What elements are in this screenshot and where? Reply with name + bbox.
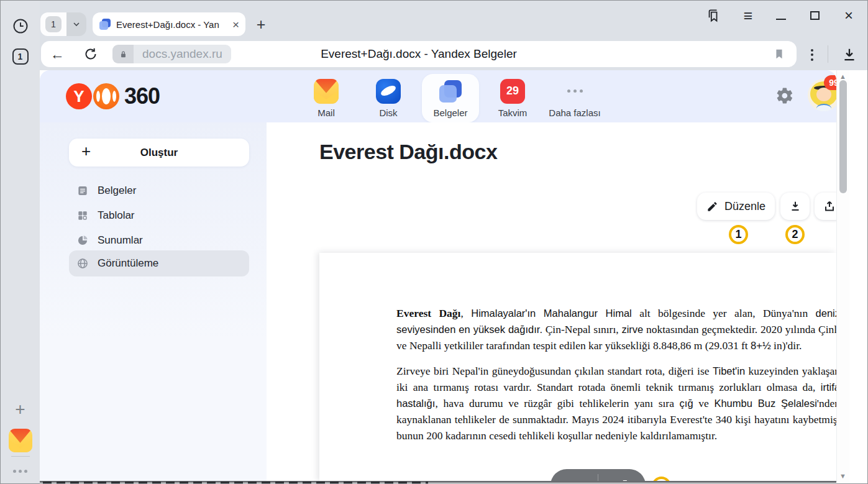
notification-badge: 99+ [824, 75, 836, 90]
pie-chart-icon [76, 234, 89, 247]
bookmark-flag-icon[interactable] [772, 47, 786, 62]
create-button[interactable]: + Oluştur [69, 139, 249, 167]
tab-title: Everest+Dağı.docx - Yan [116, 19, 227, 30]
download-icon [788, 199, 802, 213]
settings-gear-icon[interactable] [775, 86, 794, 105]
active-tab[interactable]: Everest+Dağı.docx - Yan × [93, 12, 245, 36]
main-content: Everest Dağı.docx Düzenle [267, 122, 836, 482]
nav-item-more[interactable]: Daha fazlası [546, 74, 603, 122]
rail-add-icon[interactable]: + [1, 400, 40, 419]
web-page: Y 360 Mail Disk Belgeler 29 [40, 70, 836, 482]
pencil-icon [706, 201, 718, 212]
paragraph-1: Everest Dağı, Himalayalar'ın Mahalangur … [396, 305, 836, 354]
document-icon [76, 185, 89, 197]
tab-group-count: 1 [45, 16, 62, 32]
share-icon [823, 199, 836, 213]
reload-icon[interactable] [83, 47, 98, 62]
back-icon[interactable]: ← [49, 44, 65, 64]
logo-o-icon [93, 83, 119, 109]
domain-chip[interactable]: docs.yandex.ru [112, 45, 231, 63]
rail-divider [11, 456, 30, 457]
domain-text: docs.yandex.ru [134, 45, 231, 63]
nav-item-belgeler[interactable]: Belgeler [422, 74, 479, 122]
sidebar-item-goruntuleme[interactable]: Görüntüleme [69, 250, 249, 276]
document-text: Everest Dağı, Himalayalar'ın Mahalangur … [396, 305, 836, 453]
table-grid-icon [76, 209, 89, 222]
toolbar-divider [828, 45, 828, 63]
yandex-360-logo[interactable]: Y 360 [66, 83, 160, 110]
paragraph-2: Zirveye biri Nepal'in güneydoğusundan çı… [396, 363, 836, 444]
chevron-down-icon[interactable] [66, 12, 86, 36]
plus-icon: + [81, 142, 91, 161]
share-button[interactable] [815, 193, 836, 220]
downloads-icon[interactable] [841, 46, 858, 63]
mail-icon [314, 79, 339, 104]
docs-icon [438, 79, 463, 104]
sidebar-item-tablolar[interactable]: Tablolar [69, 203, 249, 228]
page-indicator[interactable]: 1/1 [550, 469, 646, 482]
browser-window: 1 + 1 Everest+Dağı.docx - Yan × + ≡ × ← [0, 0, 868, 484]
sidebar: + Oluştur Belgeler Tablolar Sunumlar [40, 122, 267, 482]
maximize-button[interactable] [807, 7, 822, 24]
collections-icon[interactable] [703, 7, 723, 24]
edit-button[interactable]: Düzenle [697, 193, 775, 220]
logo-360-text: 360 [124, 83, 160, 109]
close-button[interactable]: × [841, 7, 857, 24]
yandex-docs-favicon [99, 18, 111, 30]
tab-panel-button[interactable]: 1 [1, 48, 40, 65]
nav-item-takvim[interactable]: 29 Takvim [484, 74, 541, 122]
globe-icon [76, 257, 89, 270]
site-header: Y 360 Mail Disk Belgeler 29 [40, 70, 836, 122]
document-title: Everest Dağı.docx [319, 140, 497, 164]
more-dots-icon [562, 79, 587, 104]
nav-item-disk[interactable]: Disk [360, 74, 417, 122]
yandex-mail-rail-icon[interactable] [1, 428, 40, 453]
lock-icon [112, 45, 134, 63]
document-page: Everest Dağı, Himalayalar'ın Mahalangur … [319, 253, 836, 482]
services-nav: Mail Disk Belgeler 29 Takvim Daha fazlas… [298, 72, 603, 124]
tab-close-icon[interactable]: × [232, 19, 239, 30]
minimize-button[interactable] [774, 7, 788, 24]
sidebar-item-belgeler[interactable]: Belgeler [69, 178, 249, 203]
download-button[interactable] [780, 193, 810, 220]
scroll-down-arrow[interactable]: ▼ [839, 472, 846, 480]
disk-icon [376, 79, 401, 104]
tab-count-badge: 1 [12, 48, 29, 65]
annotation-badge-2: 2 [785, 225, 805, 244]
annotation-badge-1: 1 [729, 225, 748, 244]
scrollbar-thumb[interactable] [839, 80, 847, 193]
more-actions-icon[interactable] [806, 47, 818, 62]
sidebar-item-sunumlar[interactable]: Sunumlar [69, 228, 249, 253]
calendar-icon: 29 [500, 79, 525, 104]
yandex-y-icon: Y [66, 83, 92, 109]
mail-app-icon [9, 429, 32, 452]
new-tab-button[interactable]: + [250, 14, 272, 35]
rail-more-icon[interactable] [1, 465, 40, 477]
page-scrollbar[interactable]: ▲ ▼ [836, 70, 849, 482]
nav-item-mail[interactable]: Mail [298, 74, 355, 122]
history-clock-icon[interactable] [1, 17, 40, 35]
scroll-up-arrow[interactable]: ▲ [839, 73, 846, 80]
background-window-sliver [43, 482, 428, 484]
tab-group-chip[interactable]: 1 [40, 12, 86, 36]
browser-menu-icon[interactable]: ≡ [739, 7, 757, 24]
